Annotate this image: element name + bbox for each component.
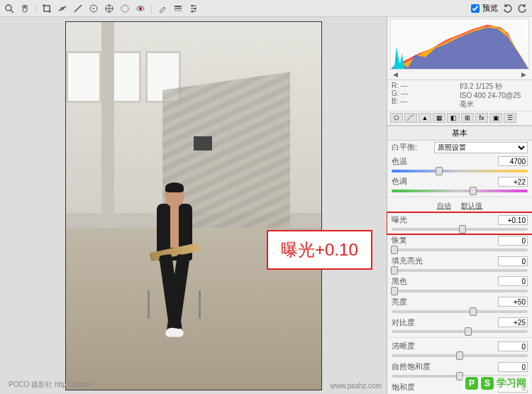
logo-p: P <box>465 377 478 390</box>
info-readout: R: --- G: --- B: --- f/3.2 1/125 秒 ISO 4… <box>387 80 532 111</box>
svg-point-5 <box>93 8 94 9</box>
recovery-label: 恢复 <box>392 235 431 246</box>
sampler-tool-icon[interactable] <box>87 2 100 15</box>
tab-lens-icon[interactable]: ⊞ <box>461 113 474 123</box>
readout-aperture: f/3.2 <box>460 82 473 90</box>
vibrance-value[interactable]: 0 <box>498 362 528 372</box>
fill-light-value[interactable]: 0 <box>498 256 528 266</box>
site-logo: P S 学习网 <box>462 376 529 391</box>
zoom-tool-icon[interactable] <box>3 2 16 15</box>
readout-shutter: 1/125 秒 <box>475 82 502 90</box>
svg-rect-12 <box>174 6 182 7</box>
tab-basic-icon[interactable] <box>390 113 403 123</box>
tab-split-icon[interactable]: ◧ <box>447 113 460 123</box>
brightness-label: 亮度 <box>392 297 431 307</box>
tab-hsl-icon[interactable]: ▦ <box>433 113 445 123</box>
black-label: 黑色 <box>392 276 431 287</box>
white-balance-select[interactable]: 原照设置 <box>434 142 528 153</box>
separator <box>151 4 152 13</box>
tint-value[interactable]: +22 <box>498 177 528 187</box>
tint-label: 色调 <box>392 176 431 187</box>
brightness-value[interactable]: +50 <box>498 297 528 307</box>
canvas-area: POCO 摄影社 http://photo <box>0 17 387 394</box>
preview-checkbox[interactable] <box>471 4 480 13</box>
recovery-slider[interactable] <box>392 248 528 251</box>
crop-tool-icon[interactable] <box>40 2 53 15</box>
svg-point-21 <box>394 116 399 120</box>
clarity-value[interactable]: 0 <box>498 341 528 351</box>
readout-r: R: --- <box>392 82 460 89</box>
separator <box>35 4 36 13</box>
histogram-section: ◀ ▶ <box>387 17 532 80</box>
svg-rect-13 <box>174 8 182 9</box>
exposure-value[interactable]: +0.10 <box>498 215 528 225</box>
straighten-tool-icon[interactable] <box>56 2 69 15</box>
tab-detail-icon[interactable]: ▲ <box>419 113 431 123</box>
saturation-label: 饱和度 <box>392 382 431 393</box>
svg-point-9 <box>121 5 128 12</box>
clarity-slider[interactable] <box>392 354 528 357</box>
svg-rect-14 <box>174 10 182 11</box>
photo-preview[interactable] <box>65 21 322 390</box>
tab-presets-icon[interactable]: ☰ <box>504 113 516 123</box>
recovery-value[interactable]: 0 <box>498 236 528 246</box>
fill-light-label: 填充亮光 <box>392 256 431 266</box>
hist-highlight-clip-icon[interactable]: ▶ <box>521 71 526 78</box>
svg-point-19 <box>194 7 196 9</box>
basic-section-title: 基本 <box>387 126 532 141</box>
svg-line-1 <box>11 10 13 13</box>
default-link[interactable]: 默认值 <box>461 202 482 209</box>
readout-b: B: --- <box>392 97 460 105</box>
clarity-label: 清晰度 <box>392 341 431 351</box>
adjustment-brush-icon[interactable] <box>156 2 169 15</box>
svg-point-0 <box>6 5 11 11</box>
hand-tool-icon[interactable] <box>18 2 31 15</box>
black-value[interactable]: 0 <box>498 276 528 286</box>
prefs-icon[interactable] <box>187 2 200 15</box>
vibrance-label: 自然饱和度 <box>392 361 431 372</box>
black-slider[interactable] <box>392 290 528 292</box>
histogram[interactable] <box>390 18 529 70</box>
logo-text: 学习网 <box>497 377 526 390</box>
contrast-value[interactable]: +25 <box>498 317 528 327</box>
panel-mode-tabs: ▲ ▦ ◧ ⊞ fx ▣ ☰ <box>387 111 532 126</box>
temp-slider[interactable] <box>392 170 528 173</box>
contrast-slider[interactable] <box>392 330 528 333</box>
hist-shadow-clip-icon[interactable]: ◀ <box>393 71 398 78</box>
tint-slider[interactable] <box>392 190 528 192</box>
temp-value[interactable]: 4700 <box>498 156 528 166</box>
annotation-callout: 曝光+0.10 <box>267 230 372 270</box>
tab-fx-icon[interactable]: fx <box>475 113 488 123</box>
eyedropper-tool-icon[interactable] <box>72 2 84 15</box>
contrast-label: 对比度 <box>392 317 431 328</box>
tab-curve-icon[interactable] <box>404 113 417 123</box>
svg-point-11 <box>139 7 142 10</box>
tab-camera-icon[interactable]: ▣ <box>489 113 502 123</box>
preview-label: 预览 <box>482 3 498 13</box>
fill-light-slider[interactable] <box>392 269 528 272</box>
temp-label: 色温 <box>392 156 431 167</box>
svg-point-20 <box>192 10 194 12</box>
readout-iso: ISO 400 <box>460 92 486 99</box>
auto-link[interactable]: 自动 <box>437 202 451 209</box>
svg-point-18 <box>192 4 194 6</box>
adjustments-panel: ◀ ▶ R: --- G: --- B: --- f/3.2 1/125 秒 I… <box>387 17 532 394</box>
spot-removal-icon[interactable] <box>118 2 131 15</box>
readout-g: G: --- <box>392 89 460 97</box>
logo-s: S <box>481 377 494 390</box>
watermark-right: www.psahz.com <box>331 382 382 390</box>
rotate-cw-icon[interactable] <box>516 2 529 15</box>
target-adjust-icon[interactable] <box>103 2 116 15</box>
brightness-slider[interactable] <box>392 310 528 313</box>
redeye-tool-icon[interactable] <box>134 2 147 15</box>
white-balance-label: 白平衡: <box>392 142 431 153</box>
graduated-filter-icon[interactable] <box>172 2 184 15</box>
main-area: POCO 摄影社 http://photo 曝光+0.10 www.psahz.… <box>0 17 532 394</box>
exposure-label: 曝光 <box>392 214 431 225</box>
rotate-ccw-icon[interactable] <box>501 2 514 15</box>
watermark-left: POCO 摄影社 http://photo <box>9 380 90 390</box>
exposure-slider[interactable] <box>392 228 528 231</box>
top-toolbar: 预览 <box>0 0 532 17</box>
